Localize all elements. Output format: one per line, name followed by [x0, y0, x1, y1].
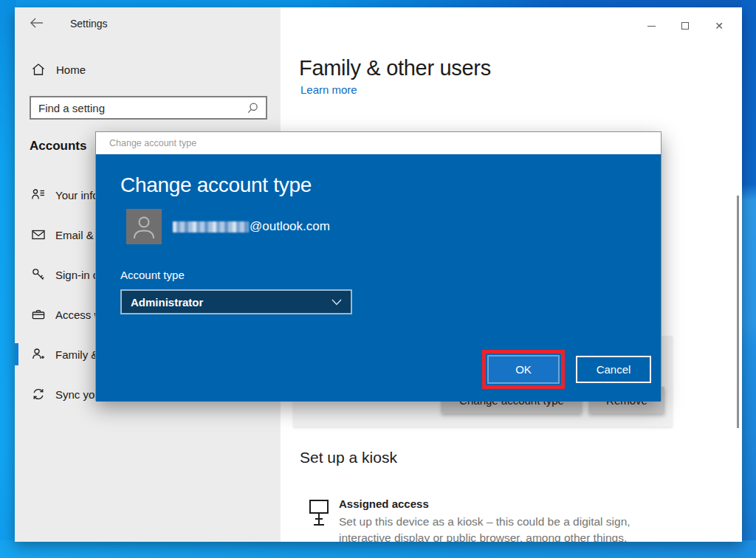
account-type-label: Account type [120, 269, 185, 281]
assigned-access-title[interactable]: Assigned access [339, 497, 429, 510]
search-icon[interactable] [247, 102, 259, 114]
sync-icon [31, 387, 46, 402]
sidebar-item-label: Your info [55, 189, 99, 202]
home-label: Home [56, 63, 86, 76]
user-plus-icon [31, 347, 46, 362]
dialog-heading: Change account type [120, 173, 312, 197]
maximize-button[interactable] [668, 15, 702, 37]
vertical-scrollbar[interactable] [737, 196, 739, 428]
email-icon [31, 227, 46, 242]
assigned-access-desc-line1: Set up this device as a kiosk – this cou… [339, 514, 630, 530]
assigned-access-desc-line2: interactive display or public browser, a… [339, 530, 630, 542]
page-title: Family & other users [299, 56, 491, 80]
window-title: Settings [70, 18, 108, 30]
sidebar-item-home[interactable]: Home [31, 62, 86, 77]
cancel-button[interactable]: Cancel [576, 356, 651, 383]
wallpaper-bottom-strip [0, 540, 756, 558]
maximize-icon [681, 22, 689, 30]
user-id-icon [31, 187, 46, 202]
home-icon [31, 62, 46, 77]
chevron-down-icon [331, 299, 342, 306]
search-box [30, 96, 267, 120]
user-email: @outlook.com [173, 209, 330, 244]
account-type-dropdown[interactable]: Administrator [120, 289, 352, 314]
user-avatar [126, 209, 162, 244]
minimize-icon [647, 26, 656, 27]
redacted-username [173, 221, 249, 232]
close-button[interactable]: ✕ [702, 15, 736, 37]
settings-window: Settings ✕ Home Accounts [15, 7, 742, 542]
kiosk-section-heading: Set up a kiosk [300, 449, 397, 466]
search-input[interactable] [31, 97, 247, 118]
key-icon [31, 267, 46, 282]
ok-button[interactable]: OK [487, 355, 560, 384]
account-type-selected-value: Administrator [131, 296, 331, 309]
window-controls: ✕ [634, 15, 736, 37]
briefcase-icon [31, 307, 46, 322]
dialog-titlebar[interactable]: Change account type [96, 132, 661, 154]
sidebar-section-title: Accounts [30, 139, 86, 154]
dialog-titlebar-text: Change account type [109, 138, 196, 148]
wallpaper-left-strip [0, 0, 16, 558]
annotation-highlight-box: OK [482, 350, 565, 389]
wallpaper-right-strip [741, 0, 756, 558]
learn-more-link[interactable]: Learn more [300, 83, 357, 96]
email-domain-text: @outlook.com [250, 219, 330, 234]
close-icon: ✕ [715, 21, 724, 31]
assigned-access-description: Set up this device as a kiosk – this cou… [339, 514, 630, 542]
minimize-button[interactable] [634, 15, 668, 37]
kiosk-display-icon [309, 499, 329, 528]
back-arrow-icon[interactable] [30, 17, 44, 29]
change-account-type-dialog: Change account type Change account type … [95, 131, 662, 401]
